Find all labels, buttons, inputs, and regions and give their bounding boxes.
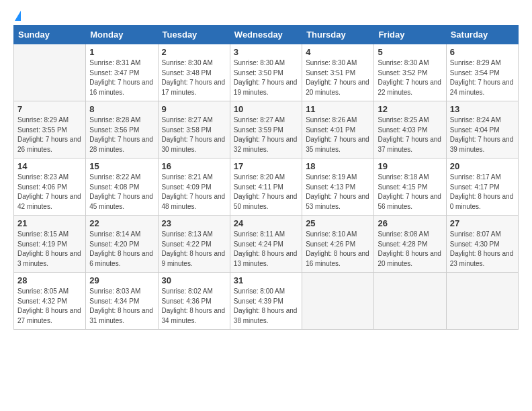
day-cell: 30Sunrise: 8:02 AMSunset: 4:36 PMDayligh… — [158, 273, 230, 330]
day-cell: 18Sunrise: 8:19 AMSunset: 4:13 PMDayligh… — [302, 158, 374, 216]
day-cell: 17Sunrise: 8:20 AMSunset: 4:11 PMDayligh… — [230, 158, 302, 216]
empty-cell — [374, 273, 446, 330]
day-number: 23 — [162, 218, 226, 228]
day-cell: 12Sunrise: 8:25 AMSunset: 4:03 PMDayligh… — [374, 101, 446, 158]
day-cell: 6Sunrise: 8:29 AMSunset: 3:54 PMDaylight… — [446, 44, 518, 101]
day-info: Sunrise: 8:15 AMSunset: 4:19 PMDaylight:… — [17, 230, 81, 267]
day-cell: 29Sunrise: 8:03 AMSunset: 4:34 PMDayligh… — [86, 273, 158, 330]
day-number: 12 — [378, 104, 442, 114]
day-info: Sunrise: 8:17 AMSunset: 4:17 PMDaylight:… — [450, 173, 514, 210]
day-number: 19 — [378, 161, 442, 171]
calendar-week-row: 21Sunrise: 8:15 AMSunset: 4:19 PMDayligh… — [14, 216, 519, 273]
day-cell: 11Sunrise: 8:26 AMSunset: 4:01 PMDayligh… — [302, 101, 374, 158]
day-number: 2 — [162, 47, 226, 57]
day-info: Sunrise: 8:28 AMSunset: 3:56 PMDaylight:… — [89, 116, 153, 153]
day-info: Sunrise: 8:29 AMSunset: 3:55 PMDaylight:… — [17, 116, 81, 153]
day-number: 17 — [234, 161, 298, 171]
day-cell: 7Sunrise: 8:29 AMSunset: 3:55 PMDaylight… — [14, 101, 86, 158]
day-info: Sunrise: 8:23 AMSunset: 4:06 PMDaylight:… — [17, 173, 81, 210]
day-info: Sunrise: 8:30 AMSunset: 3:52 PMDaylight:… — [378, 59, 441, 96]
day-number: 8 — [89, 104, 154, 114]
day-number: 9 — [162, 104, 226, 114]
day-cell: 27Sunrise: 8:07 AMSunset: 4:30 PMDayligh… — [446, 216, 518, 273]
day-number: 15 — [89, 161, 154, 171]
day-number: 5 — [378, 47, 442, 57]
day-info: Sunrise: 8:13 AMSunset: 4:22 PMDaylight:… — [162, 230, 226, 267]
day-cell: 5Sunrise: 8:30 AMSunset: 3:52 PMDaylight… — [374, 44, 446, 101]
day-info: Sunrise: 8:30 AMSunset: 3:50 PMDaylight:… — [234, 59, 298, 96]
column-header-tuesday: Tuesday — [158, 26, 230, 44]
day-info: Sunrise: 8:30 AMSunset: 3:51 PMDaylight:… — [306, 59, 369, 96]
column-header-wednesday: Wednesday — [230, 26, 302, 44]
column-header-sunday: Sunday — [14, 26, 86, 44]
day-number: 6 — [450, 47, 515, 57]
day-number: 3 — [234, 47, 298, 57]
day-cell: 26Sunrise: 8:08 AMSunset: 4:28 PMDayligh… — [374, 216, 446, 273]
column-header-thursday: Thursday — [302, 26, 374, 44]
day-cell: 25Sunrise: 8:10 AMSunset: 4:26 PMDayligh… — [302, 216, 374, 273]
day-number: 26 — [378, 218, 442, 228]
day-info: Sunrise: 8:03 AMSunset: 4:34 PMDaylight:… — [89, 287, 153, 324]
day-info: Sunrise: 8:08 AMSunset: 4:28 PMDaylight:… — [378, 230, 441, 267]
day-info: Sunrise: 8:20 AMSunset: 4:11 PMDaylight:… — [234, 173, 298, 210]
day-cell: 15Sunrise: 8:22 AMSunset: 4:08 PMDayligh… — [86, 158, 158, 216]
day-number: 25 — [306, 218, 370, 228]
day-info: Sunrise: 8:30 AMSunset: 3:48 PMDaylight:… — [162, 59, 226, 96]
day-info: Sunrise: 8:31 AMSunset: 3:47 PMDaylight:… — [89, 59, 153, 96]
day-number: 16 — [162, 161, 226, 171]
calendar-week-row: 1Sunrise: 8:31 AMSunset: 3:47 PMDaylight… — [14, 44, 519, 101]
day-cell: 23Sunrise: 8:13 AMSunset: 4:22 PMDayligh… — [158, 216, 230, 273]
day-cell: 3Sunrise: 8:30 AMSunset: 3:50 PMDaylight… — [230, 44, 302, 101]
day-cell: 14Sunrise: 8:23 AMSunset: 4:06 PMDayligh… — [14, 158, 86, 216]
day-number: 20 — [450, 161, 515, 171]
day-cell: 2Sunrise: 8:30 AMSunset: 3:48 PMDaylight… — [158, 44, 230, 101]
day-number: 30 — [162, 275, 226, 285]
calendar-week-row: 7Sunrise: 8:29 AMSunset: 3:55 PMDaylight… — [14, 101, 519, 158]
header — [13, 11, 519, 19]
day-info: Sunrise: 8:11 AMSunset: 4:24 PMDaylight:… — [234, 230, 298, 267]
column-header-friday: Friday — [374, 26, 446, 44]
day-number: 18 — [306, 161, 370, 171]
day-number: 10 — [234, 104, 298, 114]
day-cell: 24Sunrise: 8:11 AMSunset: 4:24 PMDayligh… — [230, 216, 302, 273]
day-cell: 10Sunrise: 8:27 AMSunset: 3:59 PMDayligh… — [230, 101, 302, 158]
day-info: Sunrise: 8:21 AMSunset: 4:09 PMDaylight:… — [162, 173, 226, 210]
day-info: Sunrise: 8:22 AMSunset: 4:08 PMDaylight:… — [89, 173, 153, 210]
day-number: 4 — [306, 47, 370, 57]
day-cell: 1Sunrise: 8:31 AMSunset: 3:47 PMDaylight… — [86, 44, 158, 101]
day-info: Sunrise: 8:10 AMSunset: 4:26 PMDaylight:… — [306, 230, 369, 267]
day-cell: 21Sunrise: 8:15 AMSunset: 4:19 PMDayligh… — [14, 216, 86, 273]
empty-cell — [446, 273, 518, 330]
day-cell: 19Sunrise: 8:18 AMSunset: 4:15 PMDayligh… — [374, 158, 446, 216]
day-cell: 4Sunrise: 8:30 AMSunset: 3:51 PMDaylight… — [302, 44, 374, 101]
day-info: Sunrise: 8:14 AMSunset: 4:20 PMDaylight:… — [89, 230, 153, 267]
day-number: 21 — [17, 218, 82, 228]
day-info: Sunrise: 8:18 AMSunset: 4:15 PMDaylight:… — [378, 173, 441, 210]
calendar-header-row: SundayMondayTuesdayWednesdayThursdayFrid… — [14, 26, 519, 44]
calendar-week-row: 14Sunrise: 8:23 AMSunset: 4:06 PMDayligh… — [14, 158, 519, 216]
day-cell: 20Sunrise: 8:17 AMSunset: 4:17 PMDayligh… — [446, 158, 518, 216]
day-number: 14 — [17, 161, 82, 171]
empty-cell — [14, 44, 86, 101]
day-cell: 13Sunrise: 8:24 AMSunset: 4:04 PMDayligh… — [446, 101, 518, 158]
day-info: Sunrise: 8:00 AMSunset: 4:39 PMDaylight:… — [234, 287, 298, 324]
calendar-table: SundayMondayTuesdayWednesdayThursdayFrid… — [13, 25, 519, 330]
day-number: 13 — [450, 104, 515, 114]
day-info: Sunrise: 8:26 AMSunset: 4:01 PMDaylight:… — [306, 116, 369, 153]
day-info: Sunrise: 8:27 AMSunset: 3:58 PMDaylight:… — [162, 116, 226, 153]
day-number: 28 — [17, 275, 82, 285]
day-number: 24 — [234, 218, 298, 228]
day-info: Sunrise: 8:25 AMSunset: 4:03 PMDaylight:… — [378, 116, 441, 153]
day-info: Sunrise: 8:29 AMSunset: 3:54 PMDaylight:… — [450, 59, 514, 96]
day-cell: 9Sunrise: 8:27 AMSunset: 3:58 PMDaylight… — [158, 101, 230, 158]
day-info: Sunrise: 8:24 AMSunset: 4:04 PMDaylight:… — [450, 116, 514, 153]
day-cell: 8Sunrise: 8:28 AMSunset: 3:56 PMDaylight… — [86, 101, 158, 158]
day-info: Sunrise: 8:07 AMSunset: 4:30 PMDaylight:… — [450, 230, 514, 267]
day-number: 11 — [306, 104, 370, 114]
day-cell: 31Sunrise: 8:00 AMSunset: 4:39 PMDayligh… — [230, 273, 302, 330]
calendar-week-row: 28Sunrise: 8:05 AMSunset: 4:32 PMDayligh… — [14, 273, 519, 330]
day-number: 29 — [89, 275, 154, 285]
day-number: 1 — [89, 47, 154, 57]
day-cell: 22Sunrise: 8:14 AMSunset: 4:20 PMDayligh… — [86, 216, 158, 273]
day-number: 31 — [234, 275, 298, 285]
